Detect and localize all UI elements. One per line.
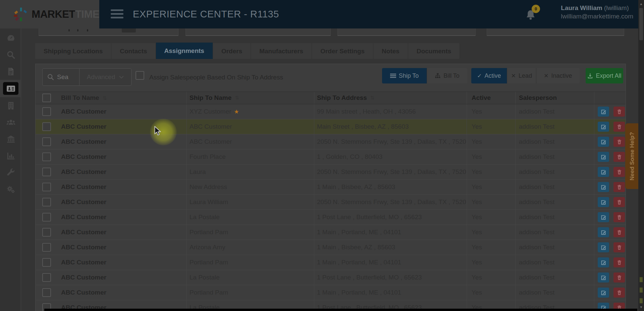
tab-contacts[interactable]: Contacts: [111, 43, 156, 59]
row-checkbox[interactable]: [42, 168, 51, 176]
delete-button[interactable]: [613, 212, 625, 222]
edit-button[interactable]: [598, 272, 609, 283]
ship-to-filter-button[interactable]: Ship To: [382, 68, 427, 83]
sort-icon[interactable]: ⇅: [103, 95, 107, 101]
tab-shipping-locations[interactable]: Shipping Locations: [35, 43, 111, 59]
delete-button[interactable]: [613, 122, 625, 132]
sidebar-item-bank[interactable]: [0, 131, 21, 147]
edit-button[interactable]: [598, 227, 609, 237]
header-bill-to[interactable]: Bill To Name⇅: [57, 94, 186, 102]
tab-manufacturers[interactable]: Manufacturers: [251, 43, 312, 59]
bill-to-filter-button[interactable]: Bill To: [427, 68, 467, 83]
table-row[interactable]: ABC Customer Portland Pam★ 1 Main , Port…: [36, 285, 626, 300]
edit-button[interactable]: [598, 152, 609, 162]
need-help-tab[interactable]: Need Some Help?: [625, 123, 639, 189]
sidebar-item-documents[interactable]: [0, 63, 21, 80]
delete-button[interactable]: [613, 288, 625, 298]
row-checkbox[interactable]: [42, 258, 51, 267]
sidebar-item-company[interactable]: [0, 97, 21, 114]
table-row[interactable]: ABC Customer Portland Pam★ 1 Main , Port…: [36, 225, 626, 240]
advanced-search-dropdown[interactable]: Advanced: [79, 69, 131, 85]
filter-active-button[interactable]: ✓ Active: [471, 68, 507, 83]
edit-pencil-icon: [601, 290, 606, 296]
sidebar-item-contacts[interactable]: [0, 80, 21, 97]
table-row[interactable]: ABC Customer XYZ Customer★ 99 Main stree…: [36, 104, 626, 119]
notifications-button[interactable]: 0: [524, 7, 540, 23]
sidebar-item-search[interactable]: [0, 46, 21, 63]
delete-button[interactable]: [613, 242, 625, 252]
header-ship-to-address[interactable]: Ship To Address⇅: [314, 92, 467, 104]
sort-icon[interactable]: ⇅: [235, 95, 239, 101]
scroll-up-arrow[interactable]: ▲: [638, 2, 644, 6]
edit-button[interactable]: [598, 288, 609, 298]
delete-button[interactable]: [613, 182, 625, 192]
tab-order-settings[interactable]: Order Settings: [312, 43, 373, 59]
edit-button[interactable]: [598, 167, 609, 177]
delete-button[interactable]: [613, 152, 625, 162]
row-checkbox[interactable]: [42, 288, 51, 297]
edit-button[interactable]: [598, 197, 609, 207]
table-row[interactable]: ABC Customer ABC Customer★ 2050 N. Stemm…: [36, 134, 626, 149]
delete-button[interactable]: [613, 227, 625, 237]
tab-notes[interactable]: Notes: [373, 43, 408, 59]
row-checkbox[interactable]: [42, 122, 51, 131]
hamburger-menu-icon[interactable]: [111, 9, 123, 20]
delete-button[interactable]: [613, 107, 625, 117]
row-checkbox[interactable]: [42, 137, 51, 146]
ship-to-cell: La Postale★: [186, 210, 314, 225]
sidebar-item-dashboard[interactable]: [0, 29, 21, 46]
sidebar-item-settings[interactable]: [0, 181, 21, 198]
row-checkbox[interactable]: [42, 107, 51, 116]
active-cell: Yes: [467, 210, 515, 225]
edit-button[interactable]: [598, 242, 609, 252]
row-checkbox[interactable]: [42, 273, 51, 282]
delete-button[interactable]: [613, 257, 625, 267]
row-checkbox[interactable]: [42, 152, 51, 161]
tab-orders[interactable]: Orders: [213, 43, 251, 59]
tab-assignments[interactable]: Assignments: [156, 43, 213, 59]
delete-button[interactable]: [613, 137, 625, 147]
edit-button[interactable]: [598, 107, 609, 117]
app-logo[interactable]: MARKETTIME: [0, 0, 99, 28]
sidebar-item-reports[interactable]: [0, 147, 21, 164]
sort-icon[interactable]: ⇅: [370, 95, 375, 101]
row-checkbox[interactable]: [42, 243, 51, 252]
sidebar-item-users[interactable]: [0, 114, 21, 131]
user-menu[interactable]: Laura William (lwilliam) lwilliam@market…: [561, 4, 633, 20]
edit-button[interactable]: [598, 137, 609, 147]
assign-by-shipto-checkbox[interactable]: [136, 71, 144, 80]
table-row[interactable]: ABC Customer Fourth Place★ 1 , Golden, C…: [36, 149, 626, 165]
delete-button[interactable]: [613, 272, 625, 283]
table-row[interactable]: ABC Customer Portland Pam★ 1 Main , Port…: [36, 255, 626, 270]
scroll-down-arrow[interactable]: ▼: [638, 305, 644, 309]
scrollbar-thumb[interactable]: [639, 8, 643, 40]
filter-inactive-button[interactable]: ✕ Inactive: [536, 68, 580, 83]
delete-button[interactable]: [613, 197, 625, 207]
delete-button[interactable]: [613, 167, 625, 177]
edit-button[interactable]: [598, 257, 609, 267]
table-row[interactable]: ABC Customer Laura★ 2050 N. Stemmons Frw…: [36, 165, 626, 180]
vertical-scrollbar[interactable]: ▲ ▼: [638, 0, 644, 311]
header-ship-to[interactable]: Ship To Name⇅: [186, 92, 314, 104]
row-checkbox[interactable]: [42, 198, 51, 206]
table-row[interactable]: ABC Customer La Postale★ 1 Post Lane , B…: [36, 210, 626, 225]
edit-button[interactable]: [598, 122, 609, 132]
filter-lead-button[interactable]: ✕ Lead: [507, 68, 536, 83]
table-row[interactable]: ABC Customer Laura William★ 2050 N. Stem…: [36, 195, 626, 210]
search-input[interactable]: [57, 73, 79, 81]
export-all-button[interactable]: Export All: [586, 68, 623, 83]
table-row[interactable]: ABC Customer New Address★ 1 Main , Bisbe…: [36, 180, 626, 195]
sidebar-item-tools[interactable]: [0, 164, 21, 181]
row-checkbox[interactable]: [42, 228, 51, 237]
table-row[interactable]: ABC Customer Arizona Amy★ 1 Main , Bisbe…: [36, 240, 626, 255]
row-checkbox[interactable]: [42, 183, 51, 191]
select-all-checkbox[interactable]: [42, 94, 51, 102]
table-row[interactable]: ABC Customer ABC Customer★ Main Street ,…: [36, 119, 626, 134]
table-row[interactable]: ABC Customer La Postale★ 1 Post Lane , B…: [36, 270, 626, 285]
tab-documents[interactable]: Documents: [408, 43, 460, 59]
horizontal-scrollbar[interactable]: [44, 309, 637, 311]
search-group: Advanced: [42, 68, 131, 86]
edit-button[interactable]: [598, 182, 609, 192]
edit-button[interactable]: [598, 212, 609, 222]
row-checkbox[interactable]: [42, 213, 51, 222]
